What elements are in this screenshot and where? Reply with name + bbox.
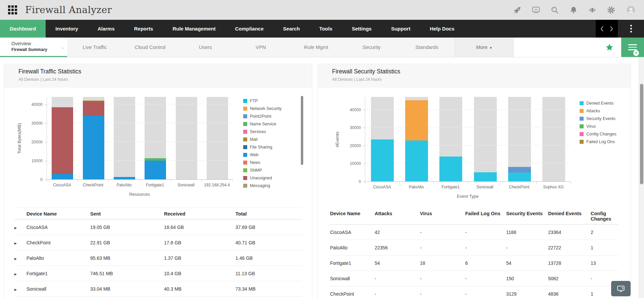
x-axis-tick — [365, 182, 365, 183]
legend-item-denied-events[interactable]: Denied Events — [580, 101, 638, 105]
bar-segment-denied-events[interactable] — [405, 140, 428, 181]
legend-item-config-changes[interactable]: Config Changes — [580, 132, 638, 136]
legend-item-services[interactable]: Services — [243, 130, 302, 134]
screen-preview-button[interactable] — [611, 281, 631, 296]
bar-segment-denied-events[interactable] — [474, 172, 497, 181]
table-cell: 22.91 GB — [90, 235, 164, 250]
tab-standards[interactable]: Standards — [399, 38, 454, 57]
nav-item-reports[interactable]: Reports — [124, 20, 163, 38]
bar-segment-web[interactable] — [52, 174, 73, 179]
tab-overview-firewall-summary[interactable]: Overview Firewall Summary ⌄ — [0, 38, 67, 57]
legend-item-point2point[interactable]: Point2Point — [243, 114, 302, 118]
apps-grid-icon[interactable] — [8, 5, 17, 14]
row-expander[interactable]: ▶ — [14, 220, 26, 235]
tab-cloud-control[interactable]: Cloud Control — [122, 38, 178, 57]
search-icon[interactable] — [550, 5, 559, 14]
legend-item-network-security[interactable]: Network Security — [243, 107, 302, 111]
tab-rule-mgmt[interactable]: Rule Mgmt — [288, 38, 344, 57]
bar-segment-web[interactable] — [83, 116, 104, 179]
row-expander[interactable]: ▶ — [14, 250, 26, 266]
legend-item-ftp[interactable]: FTP — [243, 99, 302, 103]
legend-item-news[interactable]: News — [243, 161, 302, 165]
legend-item-file-sharing[interactable]: File Sharing — [243, 145, 302, 149]
notifications-bell-icon[interactable] — [569, 5, 578, 14]
y-tick-mark — [45, 142, 47, 142]
table-header-row: Device NameSentReceivedTotal — [14, 208, 302, 220]
table-row[interactable]: CheckPoint---312948361 — [330, 286, 619, 298]
nav-item-search[interactable]: Search — [273, 20, 310, 38]
favorite-star-icon[interactable] — [605, 43, 614, 52]
legend-item-web[interactable]: Web — [243, 153, 302, 157]
bar-segment-unassigned[interactable] — [52, 107, 73, 174]
bar-segment-web[interactable] — [114, 177, 135, 179]
table-row[interactable]: ▶PaloAlto95.63 MB1.37 GB1.46 GB — [14, 250, 302, 266]
nav-item-rule-management[interactable]: Rule Management — [163, 20, 225, 38]
table-cell: CiscoASA — [26, 220, 90, 235]
bar-segment-unassigned[interactable] — [83, 101, 104, 116]
demo-player-icon[interactable] — [531, 5, 540, 14]
x-axis-tick — [502, 182, 502, 183]
nav-item-support[interactable]: Support — [381, 20, 420, 38]
rocket-icon[interactable] — [513, 5, 522, 14]
table-row[interactable]: ▶CiscoASA19.05 GB18.64 GB37.69 GB — [14, 220, 302, 235]
page-scrollbar[interactable] — [639, 57, 644, 298]
nav-item-dashboard[interactable]: Dashboard — [0, 20, 46, 38]
legend-item-virus[interactable]: Virus — [580, 124, 638, 128]
bar-segment-name-service[interactable] — [145, 158, 166, 161]
bar-segment-mail[interactable] — [83, 101, 104, 101]
nav-item-tools[interactable]: Tools — [310, 20, 342, 38]
bar-segment-security-events[interactable] — [508, 167, 531, 173]
settings-gear-icon[interactable] — [606, 5, 615, 14]
table-row[interactable]: Sonicwall---1505082- — [330, 271, 619, 286]
tab-live-traffic[interactable]: Live Traffic — [67, 38, 122, 57]
legend-item-snmp[interactable]: SNMP — [243, 168, 302, 172]
legend-item-messaging[interactable]: Messaging — [243, 184, 302, 188]
legend-item-mail[interactable]: Mail — [243, 137, 302, 141]
table-cell: CheckPoint — [330, 286, 375, 298]
table-row[interactable]: Fortigate154186541372813 — [330, 255, 619, 271]
tab-more-dropdown[interactable]: More▼ — [454, 38, 514, 57]
legend-item-unassigned[interactable]: Unassigned — [243, 176, 302, 180]
user-avatar[interactable] — [625, 4, 637, 16]
chevron-down-icon[interactable]: ⌄ — [61, 45, 64, 50]
carousel-icon[interactable] — [588, 5, 597, 14]
add-dashboard-button[interactable]: + — [621, 38, 644, 57]
legend-scrollbar-thumb[interactable] — [301, 96, 303, 165]
table-cell: - — [420, 225, 465, 240]
nav-item-inventory[interactable]: Inventory — [46, 20, 88, 38]
dropdown-arrow-icon: ▼ — [489, 46, 492, 50]
legend-label: Unassigned — [250, 176, 272, 180]
column-header: Failed Log Ons — [465, 207, 506, 225]
table-row[interactable]: CiscoASA42--1188233642 — [330, 225, 619, 240]
legend-item-failed-log-ons[interactable]: Failed Log Ons — [580, 140, 638, 144]
table-cell: - — [420, 286, 465, 298]
table-row[interactable]: ▶CheckPoint22.91 GB17.8 GB40.71 GB — [14, 235, 302, 250]
table-cell: 150 — [506, 271, 548, 286]
tab-vpn[interactable]: VPN — [233, 38, 288, 57]
more-menu-dots-icon[interactable] — [618, 20, 644, 38]
nav-item-compliance[interactable]: Compliance — [225, 20, 273, 38]
table-row[interactable]: ▶Fortigate1746.51 MB10.4 GB11.13 GB — [14, 266, 302, 281]
legend-item-attacks[interactable]: Attacks — [580, 109, 638, 113]
page-scrollbar-thumb[interactable] — [640, 84, 643, 184]
x-tick-label: CheckPoint — [502, 185, 536, 189]
legend-item-security-events[interactable]: Security Events — [580, 117, 638, 121]
nav-item-settings[interactable]: Settings — [342, 20, 381, 38]
table-row[interactable]: PaloAlto22356---227221 — [330, 240, 619, 255]
nav-scroll-chevrons[interactable] — [596, 20, 618, 38]
nav-item-help-docs[interactable]: Help Docs — [420, 20, 464, 38]
legend-item-name-service[interactable]: Name Service — [243, 122, 302, 126]
bar-segment-attacks[interactable] — [405, 100, 428, 140]
nav-item-alarms[interactable]: Alarms — [88, 20, 124, 38]
row-expander[interactable]: ▶ — [14, 266, 26, 281]
bar-segment-denied-events[interactable] — [508, 173, 531, 181]
bar-segment-denied-events[interactable] — [371, 139, 394, 181]
bar-segment-web[interactable] — [145, 161, 166, 179]
row-expander[interactable]: ▶ — [14, 281, 26, 297]
bar-segment-denied-events[interactable] — [439, 157, 462, 181]
row-expander[interactable]: ▶ — [14, 235, 26, 250]
tab-users[interactable]: Users — [178, 38, 233, 57]
table-row[interactable]: ▶Sonicwall33.04 MB40.3 MB73.34 MB — [14, 281, 302, 297]
y-tick-label: 20000 — [23, 140, 43, 144]
tab-security[interactable]: Security — [344, 38, 399, 57]
